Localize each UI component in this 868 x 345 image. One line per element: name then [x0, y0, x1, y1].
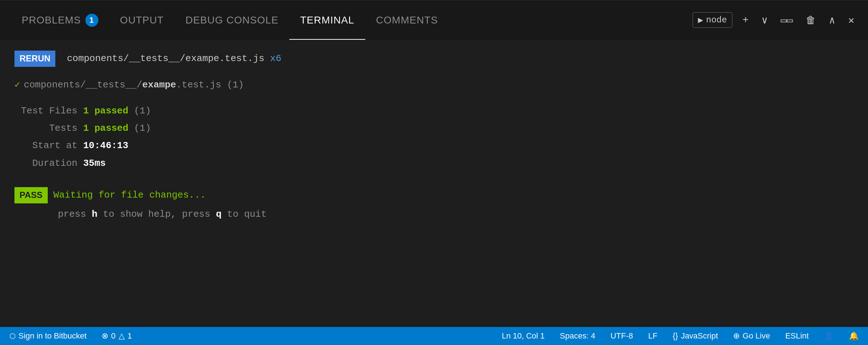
status-right: Ln 10, Col 1 Spaces: 4 UTF-8 LF {} JavaS…	[499, 331, 861, 341]
panel-tab-bar: PROBLEMS 1 OUTPUT DEBUG CONSOLE TERMINAL…	[0, 0, 868, 40]
check-line: ✓ components/__tests__/exampe.test.js (1…	[14, 77, 854, 93]
rerun-badge: RERUN	[14, 51, 55, 67]
rerun-line: RERUN components/__tests__/exampe.test.j…	[14, 51, 854, 67]
rerun-count: x6	[264, 51, 281, 66]
error-icon: ⊗	[102, 331, 108, 341]
start-label: Start at	[14, 138, 83, 154]
encoding[interactable]: UTF-8	[608, 331, 635, 341]
help-text: to show help, press	[97, 206, 216, 222]
chevron-down-icon: ∨	[762, 14, 768, 26]
duration-value: 35ms	[83, 155, 106, 171]
notifications-button[interactable]: 🔔	[847, 331, 861, 341]
bitbucket-label: Sign in to Bitbucket	[18, 331, 86, 341]
dropdown-button[interactable]: ∨	[759, 13, 771, 28]
status-bar: ⬡ Sign in to Bitbucket ⊗ 0 △ 1 Ln 10, Co…	[0, 327, 868, 345]
delete-terminal-button[interactable]: 🗑	[803, 13, 819, 28]
bitbucket-icon: ⬡	[9, 332, 16, 340]
eslint-status[interactable]: ESLint	[783, 331, 811, 341]
rerun-path	[61, 51, 67, 66]
cursor-position[interactable]: Ln 10, Col 1	[499, 331, 547, 341]
golive-label: Go Live	[743, 331, 770, 341]
start-line: Start at 10:46:13	[14, 138, 854, 154]
check-icon: ✓	[14, 77, 20, 93]
waiting-text: Waiting for file changes...	[54, 187, 206, 203]
eslint-label: ESLint	[785, 331, 809, 341]
quit-text: to quit	[222, 206, 267, 222]
q-key: q	[216, 206, 222, 222]
tab-toolbar: ▶ node + ∨ ▭▭ 🗑 ∧ ✕	[693, 12, 857, 28]
trash-icon: 🗑	[806, 14, 816, 26]
status-left: ⬡ Sign in to Bitbucket ⊗ 0 △ 1	[7, 331, 134, 341]
start-time: 10:46:13	[83, 138, 128, 154]
spaces-label: Spaces: 4	[560, 331, 595, 341]
split-terminal-button[interactable]: ▭▭	[778, 13, 796, 28]
tests-count: (1)	[128, 120, 151, 136]
tab-comments[interactable]: COMMENTS	[365, 0, 449, 40]
press-help-line: press h to show help, press q to quit	[14, 206, 854, 222]
test-files-line: Test Files 1 passed (1)	[14, 103, 854, 119]
duration-line: Duration 35ms	[14, 155, 854, 171]
tab-comments-label: COMMENTS	[376, 14, 438, 26]
accounts-icon: 👤	[824, 331, 834, 341]
tab-terminal-label: TERMINAL	[300, 14, 354, 26]
duration-label: Duration	[14, 155, 83, 171]
h-key: h	[92, 206, 98, 222]
add-icon: +	[743, 14, 749, 26]
golive-button[interactable]: ⊕ Go Live	[731, 331, 772, 341]
tab-debug-console[interactable]: DEBUG CONSOLE	[175, 0, 289, 40]
terminal-panel[interactable]: RERUN components/__tests__/exampe.test.j…	[0, 40, 868, 327]
tab-problems-label: PROBLEMS	[22, 14, 81, 26]
split-icon: ▭▭	[781, 14, 793, 26]
test-files-count: (1)	[128, 103, 151, 119]
rerun-path-text: components/__tests__/exampe.test.js	[67, 51, 264, 66]
terminal-selector[interactable]: ▶ node	[693, 12, 732, 28]
notifications-icon: 🔔	[849, 331, 859, 341]
collapse-panel-button[interactable]: ∧	[826, 13, 838, 28]
close-icon: ✕	[848, 14, 854, 26]
tab-output[interactable]: OUTPUT	[109, 0, 175, 40]
close-panel-button[interactable]: ✕	[845, 13, 857, 28]
pass-badge: PASS	[14, 187, 48, 203]
terminal-type-icon: ▶	[698, 15, 703, 25]
warning-icon: △	[119, 331, 125, 341]
tab-terminal[interactable]: TERMINAL	[289, 0, 365, 40]
accounts-button[interactable]: 👤	[822, 331, 836, 341]
tests-line: Tests 1 passed (1)	[14, 120, 854, 136]
encoding-label: UTF-8	[610, 331, 633, 341]
line-ending[interactable]: LF	[646, 331, 660, 341]
tab-debug-console-label: DEBUG CONSOLE	[186, 14, 278, 26]
press-text: press	[58, 206, 92, 222]
test-files-label: Test Files	[14, 103, 83, 119]
check-path: components/__tests__/exampe.test.js	[24, 77, 221, 93]
bitbucket-signin[interactable]: ⬡ Sign in to Bitbucket	[7, 331, 89, 341]
tab-list: PROBLEMS 1 OUTPUT DEBUG CONSOLE TERMINAL…	[11, 0, 693, 40]
golive-icon: ⊕	[733, 331, 740, 341]
test-files-passed: 1 passed	[83, 103, 128, 119]
language-label: JavaScript	[681, 331, 718, 341]
indentation[interactable]: Spaces: 4	[558, 331, 597, 341]
problems-badge: 1	[85, 14, 98, 27]
tests-passed: 1 passed	[83, 120, 128, 136]
language-icon: {}	[673, 331, 678, 341]
tests-label: Tests	[14, 120, 83, 136]
tab-output-label: OUTPUT	[120, 14, 164, 26]
add-terminal-button[interactable]: +	[740, 13, 752, 27]
pass-line: PASS Waiting for file changes...	[14, 187, 854, 203]
warning-count: 1	[128, 331, 132, 341]
error-count: 0	[111, 331, 115, 341]
line-ending-label: LF	[648, 331, 658, 341]
terminal-type-label: node	[706, 15, 727, 25]
position-label: Ln 10, Col 1	[502, 331, 545, 341]
language-mode[interactable]: {} JavaScript	[671, 331, 720, 341]
errors-warnings[interactable]: ⊗ 0 △ 1	[99, 331, 134, 341]
check-count: (1)	[221, 77, 244, 93]
chevron-up-icon: ∧	[829, 14, 835, 26]
tab-problems[interactable]: PROBLEMS 1	[11, 0, 109, 40]
